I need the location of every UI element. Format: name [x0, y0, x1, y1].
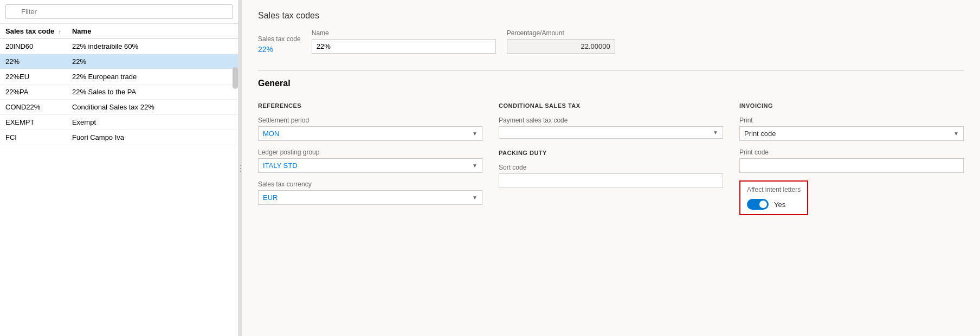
print-value: Print code	[744, 130, 776, 138]
row-code: 22%	[0, 54, 67, 69]
page-title: Sales tax codes	[258, 11, 964, 21]
row-code: EXEMPT	[0, 115, 67, 130]
row-code: COND22%	[0, 100, 67, 115]
scrollbar[interactable]	[233, 67, 238, 89]
affect-intent-box: Affect intent letters Yes	[739, 180, 808, 215]
print-code-label: Print code	[739, 148, 964, 156]
settlement-period-dropdown[interactable]: MON ▼	[258, 126, 482, 141]
left-panel: 🔍 Sales tax code ↑ Name 20IND60 22% in	[0, 0, 238, 336]
tax-code-table-container: Sales tax code ↑ Name 20IND60 22% indetr…	[0, 24, 238, 336]
invoicing-col: INVOICING Print Print code ▼ Print code …	[739, 102, 964, 223]
row-name: Fuori Campo Iva	[67, 130, 238, 145]
sales-tax-code-field: Sales tax code 22%	[258, 35, 301, 54]
payment-sales-tax-code-dropdown[interactable]: ▼	[499, 126, 723, 139]
print-arrow: ▼	[953, 131, 959, 137]
filter-input[interactable]	[5, 4, 233, 19]
percentage-amount-label: Percentage/Amount	[507, 29, 615, 37]
percentage-amount-field: Percentage/Amount 22.00000	[507, 29, 615, 54]
invoicing-title: INVOICING	[739, 102, 964, 109]
row-name: Conditional Sales tax 22%	[67, 100, 238, 115]
print-dropdown[interactable]: Print code ▼	[739, 126, 964, 141]
name-label: Name	[312, 29, 496, 37]
affect-intent-letters-field: Affect intent letters Yes	[739, 180, 964, 215]
settlement-period-field: Settlement period MON ▼	[258, 117, 482, 141]
sort-code-input[interactable]	[499, 173, 723, 188]
payment-sales-tax-code-field: Payment sales tax code ▼	[499, 117, 723, 139]
packing-duty-section: PACKING DUTY Sort code	[499, 150, 723, 188]
table-row[interactable]: COND22% Conditional Sales tax 22%	[0, 100, 238, 115]
settlement-period-arrow: ▼	[472, 131, 478, 137]
table-row[interactable]: 22%PA 22% Sales to the PA	[0, 85, 238, 100]
payment-sales-tax-code-label: Payment sales tax code	[499, 117, 723, 124]
print-field: Print Print code ▼	[739, 117, 964, 141]
sales-tax-currency-field: Sales tax currency EUR ▼	[258, 180, 482, 205]
general-section-header: General	[258, 70, 964, 94]
packing-duty-title: PACKING DUTY	[499, 150, 723, 156]
filter-bar: 🔍	[0, 0, 238, 24]
affect-intent-toggle[interactable]	[747, 199, 769, 210]
table-row[interactable]: FCI Fuori Campo Iva	[0, 130, 238, 145]
print-code-input[interactable]	[739, 158, 964, 173]
row-code: FCI	[0, 130, 67, 145]
name-input[interactable]	[312, 39, 496, 54]
tax-code-table: Sales tax code ↑ Name 20IND60 22% indetr…	[0, 24, 238, 145]
sales-tax-currency-arrow: ▼	[472, 195, 478, 201]
references-title: REFERENCES	[258, 102, 482, 109]
row-name: Exempt	[67, 115, 238, 130]
references-col: REFERENCES Settlement period MON ▼ Ledge…	[258, 102, 482, 223]
print-label: Print	[739, 117, 964, 124]
general-columns: REFERENCES Settlement period MON ▼ Ledge…	[258, 102, 964, 223]
sales-tax-currency-label: Sales tax currency	[258, 180, 482, 188]
conditional-col: CONDITIONAL SALES TAX Payment sales tax …	[499, 102, 723, 223]
row-code: 22%EU	[0, 69, 67, 85]
payment-sales-tax-code-arrow: ▼	[713, 130, 718, 135]
sort-code-label: Sort code	[499, 164, 723, 171]
row-code: 20IND60	[0, 39, 67, 54]
sales-tax-code-link[interactable]: 22%	[258, 45, 301, 54]
conditional-sales-tax-title: CONDITIONAL SALES TAX	[499, 102, 723, 109]
table-row[interactable]: EXEMPT Exempt	[0, 115, 238, 130]
row-name: 22% indetraibile 60%	[67, 39, 238, 54]
percentage-amount-value: 22.00000	[507, 39, 615, 54]
sales-tax-currency-value: EUR	[263, 193, 278, 202]
settlement-period-label: Settlement period	[258, 117, 482, 124]
toggle-row: Yes	[747, 199, 801, 210]
ledger-posting-group-arrow: ▼	[472, 163, 478, 169]
table-row[interactable]: 22% 22%	[0, 54, 238, 69]
sort-code-field: Sort code	[499, 164, 723, 188]
row-name: 22%	[67, 54, 238, 69]
row-name: 22% European trade	[67, 69, 238, 85]
row-name: 22% Sales to the PA	[67, 85, 238, 100]
row-code: 22%PA	[0, 85, 67, 100]
affect-intent-letters-label: Affect intent letters	[747, 186, 801, 193]
sort-arrow: ↑	[59, 29, 61, 35]
header-row: Sales tax code 22% Name Percentage/Amoun…	[258, 29, 964, 59]
settlement-period-value: MON	[263, 130, 279, 138]
ledger-posting-group-dropdown[interactable]: ITALY STD ▼	[258, 158, 482, 173]
sales-tax-currency-dropdown[interactable]: EUR ▼	[258, 190, 482, 205]
print-code-field: Print code	[739, 148, 964, 173]
toggle-yes-label: Yes	[774, 201, 785, 209]
ledger-posting-group-field: Ledger posting group ITALY STD ▼	[258, 148, 482, 173]
table-row[interactable]: 22%EU 22% European trade	[0, 69, 238, 85]
right-panel: Sales tax codes Sales tax code 22% Name …	[242, 0, 980, 336]
ledger-posting-group-value: ITALY STD	[263, 161, 298, 170]
ledger-posting-group-label: Ledger posting group	[258, 148, 482, 156]
col-header-name[interactable]: Name	[67, 24, 238, 39]
sales-tax-code-label: Sales tax code	[258, 35, 301, 43]
table-row[interactable]: 20IND60 22% indetraibile 60%	[0, 39, 238, 54]
filter-wrapper: 🔍	[5, 4, 233, 19]
name-field: Name	[312, 29, 496, 54]
col-header-code[interactable]: Sales tax code ↑	[0, 24, 67, 39]
